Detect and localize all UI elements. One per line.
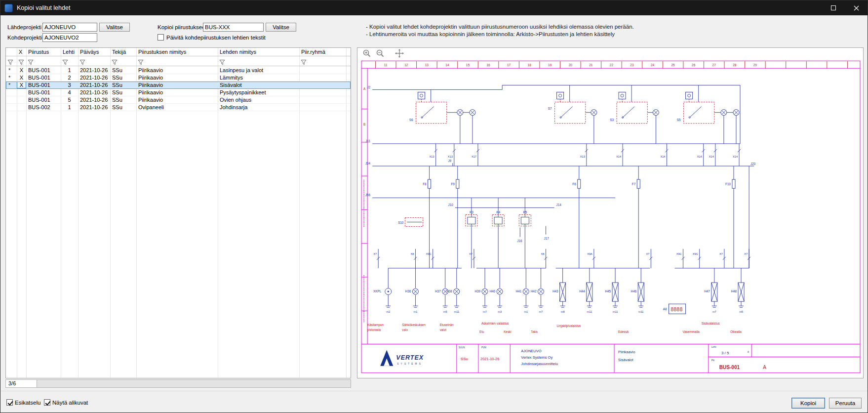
schematic-label: J14 [556,203,562,206]
column-header[interactable]: X [17,48,26,56]
schematic-label: J10 [448,203,454,206]
schematic-label: H44 [579,289,585,293]
table-cell: BUS-001 [26,96,61,103]
schematic-label: H38 [446,289,452,293]
drawing-field-label: Piir [711,359,715,362]
table-row[interactable]: BUS-00212021-10-26SSuOvipaneeliJohdinsar… [6,104,351,111]
schematic-label: X13 [448,155,453,158]
schematic-label: m7 [483,310,487,313]
schematic-label: H48 [731,289,737,293]
column-header[interactable]: Piir.ryhmä [299,48,346,56]
update-texts-checkbox[interactable] [158,34,164,41]
maximize-button[interactable] [822,0,845,15]
selection-count: 3/6 [5,379,37,388]
schematic-label: m2 [386,310,390,313]
table-cell: 5 [61,96,78,103]
schematic-label: X13 [580,155,585,158]
table-row[interactable]: BUS-00152021-10-26SSuPiirikaavioOvien oh… [6,96,351,104]
schematic-label: m3 [498,310,502,313]
column-header[interactable]: Piirustus [26,48,61,56]
plus-mark: + [747,350,750,354]
close-button[interactable] [845,0,868,15]
table-row[interactable]: *XBUS-00132021-10-26SSuPiirikaavioSisäva… [6,82,351,89]
target-project-input[interactable] [42,33,97,42]
schematic-label: X8 [411,252,414,255]
schematic-label: X8 [541,252,545,255]
app-icon [4,4,13,12]
table-cell: Piirikaavio [136,96,218,103]
sheet-table[interactable]: XPiirustusLehtiPäiväysTekijäPiirustuksen… [5,47,351,378]
table-cell [299,74,346,81]
table-row[interactable]: BUS-00142021-10-26SSuPiirikaavioPysäytys… [6,89,351,96]
schematic-label: m11 [613,310,618,313]
svg-text:14: 14 [445,63,449,67]
source-project-label: Lähdeprojekti [7,24,41,30]
svg-text:16: 16 [486,63,490,67]
designer-value: SSu [461,357,468,361]
titlebar[interactable]: Kopioi valitut lehdet [0,0,868,15]
schematic-label: H39 [474,289,480,293]
column-header[interactable]: Tekijä [110,48,136,56]
zoom-out-icon[interactable] [376,49,385,58]
filter-funnel-icon[interactable] [218,57,299,66]
column-header[interactable]: Piirustuksen nimitys [136,48,218,56]
source-project-input[interactable] [42,23,97,32]
table-cell [299,89,346,96]
schematic-label: X9C [693,252,698,255]
filter-funnel-icon[interactable] [17,57,26,66]
filter-funnel-icon[interactable] [110,57,136,66]
schematic-preview-canvas[interactable]: 11121314151617181920212223242526272829 A… [357,59,863,377]
svg-text:20: 20 [569,63,573,67]
schematic-label: X7 [719,252,723,255]
table-cell: Pysäytyspainikkeet [218,89,299,96]
schematic-label: A [363,87,366,90]
schematic-label: F7 [632,182,636,186]
cancel-button[interactable]: Peruuta [829,398,862,409]
filter-funnel-icon[interactable] [61,57,78,66]
schematic-label: X7 [373,252,377,255]
sheet-column-ruler: 11121314151617181920212223242526272829 [375,61,847,68]
table-cell: 2021-10-26 [78,74,110,81]
filter-funnel-icon[interactable] [299,57,346,66]
filter-funnel-icon[interactable] [136,57,218,66]
preview-checkbox[interactable] [6,399,13,406]
copy-button[interactable]: Kopioi [791,398,825,409]
column-header[interactable]: Lehti [61,48,78,56]
subpictures-checkbox-label: Näytä alikuvat [52,400,88,406]
column-header[interactable]: Päiväys [78,48,110,56]
subpictures-checkbox[interactable] [44,399,50,406]
schematic-label: Edessä [618,330,629,333]
column-header[interactable]: Lehden nimitys [218,48,299,56]
schematic-label: Sisävalaistus [702,322,720,325]
table-cell: X [17,82,26,88]
source-project-choose-button[interactable]: Valitse [99,23,130,32]
table-cell: Johdinsarja [218,104,299,111]
info-line-1: - Kopioi valitut lehdet kohdeprojektin v… [366,24,634,30]
schematic-label: pistorasia [367,328,381,332]
schematic-label: S3 [610,118,614,122]
table-cell: Piirikaavio [136,74,218,81]
column-header[interactable] [6,48,17,56]
table-cell: * [6,74,17,81]
revision: A [763,365,766,370]
schematic-label: X7 [744,252,748,255]
pan-icon[interactable] [395,49,404,58]
filter-funnel-icon[interactable] [6,57,17,66]
schematic-label: Linjakilpivalaistus [557,324,581,328]
table-row[interactable]: *XBUS-00112021-10-26SSuPiirikaavioLasinp… [6,67,351,74]
company-name: Vertex Systems Oy [521,355,552,360]
filter-funnel-icon[interactable] [78,57,110,66]
project-name: AJONEUVO [521,349,541,353]
sheet-frame [361,61,860,372]
copy-to-drawing-input[interactable] [203,23,264,32]
schematic-label: X14 [660,155,665,158]
table-cell: Ovien ohjaus [218,96,299,103]
department-name: Johdinsarjasuunnittelu [521,362,558,366]
table-cell: BUS-001 [26,82,61,88]
filter-funnel-icon[interactable] [26,57,61,66]
schematic-label: F9 [451,182,455,186]
zoom-in-icon[interactable] [362,49,371,58]
copy-to-drawing-choose-button[interactable]: Valitse [266,23,296,32]
table-cell [17,96,26,103]
table-row[interactable]: *XBUS-00122021-10-26SSuPiirikaavioLämmit… [6,74,351,82]
